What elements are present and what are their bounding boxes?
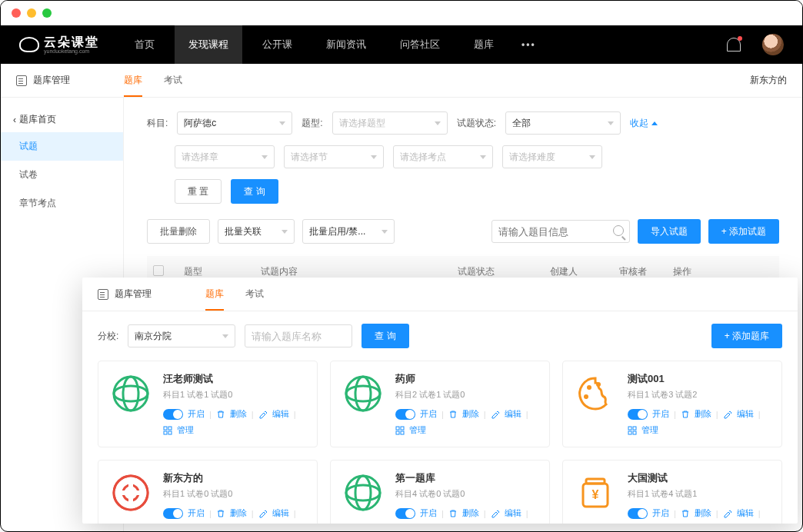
bank-panel: 题库管理 题库 考试 分校: 南京分院 查 询 + 添加题库 汪老师测试科目1 … bbox=[82, 278, 798, 524]
trash-icon bbox=[448, 410, 458, 419]
th-creator: 创建人 bbox=[550, 265, 619, 278]
card-meta: 科目4 试卷0 试题0 bbox=[395, 488, 538, 500]
card-title: 第一题库 bbox=[395, 471, 538, 485]
point-select[interactable]: 请选择考点 bbox=[393, 145, 493, 168]
toggle-switch[interactable] bbox=[395, 409, 415, 420]
branch-label: 分校: bbox=[98, 330, 118, 343]
svg-rect-4 bbox=[168, 427, 172, 430]
svg-rect-11 bbox=[401, 427, 404, 430]
sidebar-item-points[interactable]: 章节考点 bbox=[1, 189, 123, 218]
tab-exam[interactable]: 考试 bbox=[164, 65, 182, 96]
bank-card: ¥大国测试科目1 试卷4 试题1开启|删除|编辑|管理 bbox=[562, 460, 782, 524]
svg-rect-6 bbox=[168, 431, 172, 434]
batch-toggle-select[interactable]: 批量启用/禁... bbox=[302, 219, 395, 244]
panel-tab-exam[interactable]: 考试 bbox=[245, 278, 264, 310]
status-select[interactable]: 全部 bbox=[505, 111, 621, 135]
avatar[interactable] bbox=[762, 34, 784, 55]
panel-query-button[interactable]: 查 询 bbox=[362, 324, 408, 348]
add-question-button[interactable]: + 添加试题 bbox=[708, 219, 779, 244]
card-delete-link[interactable]: 删除 bbox=[695, 507, 711, 519]
query-button[interactable]: 查 询 bbox=[231, 179, 278, 204]
sidebar-item-questions[interactable]: 试题 bbox=[1, 132, 123, 161]
nav-public[interactable]: 公开课 bbox=[248, 25, 306, 64]
search-input[interactable] bbox=[491, 220, 630, 243]
status-value: 全部 bbox=[512, 117, 531, 130]
toggle-switch[interactable] bbox=[395, 508, 415, 519]
card-delete-link[interactable]: 删除 bbox=[462, 507, 479, 519]
svg-rect-13 bbox=[401, 431, 404, 434]
collapse-link[interactable]: 收起 bbox=[630, 117, 658, 130]
svg-rect-3 bbox=[164, 427, 167, 430]
type-select[interactable]: 请选择题型 bbox=[332, 111, 448, 135]
open-label: 开启 bbox=[188, 408, 205, 420]
batch-delete-button[interactable]: 批量删除 bbox=[147, 219, 210, 244]
toggle-switch[interactable] bbox=[163, 508, 183, 519]
minimize-dot[interactable] bbox=[27, 8, 36, 18]
back-link[interactable]: ‹ 题库首页 bbox=[1, 107, 123, 132]
toggle-switch[interactable] bbox=[628, 508, 648, 519]
card-edit-link[interactable]: 编辑 bbox=[272, 507, 289, 519]
card-meta: 科目1 试卷3 试题2 bbox=[628, 389, 771, 401]
card-edit-link[interactable]: 编辑 bbox=[505, 408, 521, 420]
nav-home[interactable]: 首页 bbox=[121, 25, 168, 64]
panel-tab-bank[interactable]: 题库 bbox=[205, 278, 224, 310]
nav-news[interactable]: 新闻资讯 bbox=[312, 25, 380, 64]
card-manage-link[interactable]: 管理 bbox=[409, 424, 426, 436]
select-all-checkbox[interactable] bbox=[153, 265, 164, 276]
section-select[interactable]: 请选择节 bbox=[284, 145, 384, 168]
card-delete-link[interactable]: 删除 bbox=[230, 507, 247, 519]
card-icon bbox=[342, 372, 385, 415]
card-meta: 科目1 试卷0 试题0 bbox=[163, 488, 306, 500]
sidebar-item-papers[interactable]: 试卷 bbox=[1, 161, 123, 189]
card-edit-link[interactable]: 编辑 bbox=[272, 408, 289, 420]
nav-discover[interactable]: 发现课程 bbox=[175, 25, 242, 64]
card-edit-link[interactable]: 编辑 bbox=[737, 408, 754, 420]
add-bank-button[interactable]: + 添加题库 bbox=[711, 324, 782, 348]
logo-text-cn: 云朵课堂 bbox=[44, 36, 99, 48]
card-icon: ¥ bbox=[574, 471, 617, 514]
difficulty-select[interactable]: 请选择难度 bbox=[502, 145, 602, 168]
card-manage-link[interactable]: 管理 bbox=[641, 424, 658, 436]
card-delete-link[interactable]: 删除 bbox=[230, 408, 247, 420]
subject-value: 阿萨德c bbox=[184, 117, 216, 130]
bank-search-input[interactable] bbox=[245, 324, 352, 347]
batch-link-select[interactable]: 批量关联 bbox=[218, 219, 295, 244]
open-label: 开启 bbox=[188, 507, 205, 519]
reset-button[interactable]: 重 置 bbox=[175, 179, 222, 204]
maximize-dot[interactable] bbox=[42, 8, 52, 18]
card-delete-link[interactable]: 删除 bbox=[695, 408, 711, 420]
card-edit-link[interactable]: 编辑 bbox=[505, 507, 521, 519]
toggle-switch[interactable] bbox=[163, 409, 183, 420]
svg-rect-19 bbox=[628, 431, 631, 434]
card-manage-link[interactable]: 管理 bbox=[177, 424, 194, 436]
nav-qa[interactable]: 问答社区 bbox=[386, 25, 454, 64]
bank-card: 药师科目2 试卷1 试题0开启|删除|编辑|管理 bbox=[330, 361, 550, 447]
bell-icon[interactable] bbox=[727, 38, 741, 52]
open-label: 开启 bbox=[420, 408, 437, 420]
titlebar bbox=[1, 1, 802, 25]
logo[interactable]: 云朵课堂 yunduoketang.com bbox=[19, 36, 99, 54]
open-label: 开启 bbox=[420, 507, 437, 519]
subject-select[interactable]: 阿萨德c bbox=[177, 111, 292, 135]
trash-icon bbox=[216, 410, 225, 419]
more-icon[interactable]: ••• bbox=[514, 39, 544, 50]
type-placeholder: 请选择题型 bbox=[339, 117, 385, 130]
nav-bank[interactable]: 题库 bbox=[460, 25, 508, 64]
cloud-icon bbox=[19, 37, 39, 52]
page-title: 题库管理 bbox=[33, 74, 70, 87]
chevron-down-icon bbox=[589, 155, 595, 159]
card-icon bbox=[109, 471, 152, 514]
card-meta: 科目2 试卷1 试题0 bbox=[395, 389, 538, 401]
sub-header: 题库管理 题库 考试 新东方的 bbox=[1, 64, 802, 98]
chapter-select[interactable]: 请选择章 bbox=[175, 145, 275, 168]
toggle-switch[interactable] bbox=[628, 409, 648, 420]
tab-bank[interactable]: 题库 bbox=[124, 65, 142, 96]
import-button[interactable]: 导入试题 bbox=[638, 219, 701, 244]
chevron-down-icon bbox=[222, 334, 228, 338]
close-dot[interactable] bbox=[12, 8, 21, 18]
edit-icon bbox=[491, 509, 500, 518]
branch-select[interactable]: 南京分院 bbox=[128, 324, 235, 347]
card-delete-link[interactable]: 删除 bbox=[462, 408, 479, 420]
card-edit-link[interactable]: 编辑 bbox=[737, 507, 754, 519]
search-icon[interactable] bbox=[613, 225, 624, 236]
